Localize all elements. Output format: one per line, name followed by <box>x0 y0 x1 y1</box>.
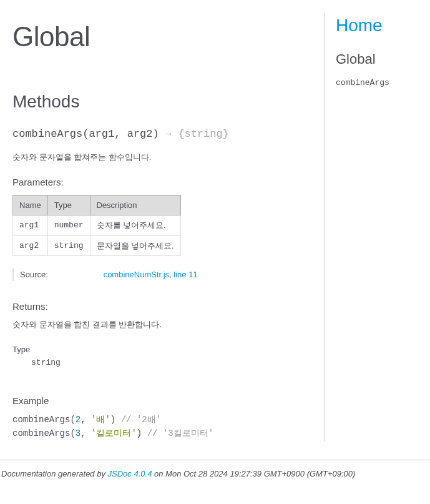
source-label: Source: <box>20 269 101 281</box>
code-text: ) <box>137 428 147 438</box>
code-text: combineArgs( <box>12 428 76 438</box>
method-description: 숫자와 문자열을 합쳐주는 함수입니다. <box>12 151 311 164</box>
return-arrow: → <box>159 128 178 140</box>
code-text: , <box>81 415 91 425</box>
source-file-link[interactable]: combineNumStr.js <box>104 270 169 279</box>
param-desc: 문자열을 넣어주세요. <box>90 235 180 256</box>
param-type: string <box>47 235 90 256</box>
method-signature: combineArgs(arg1, arg2) → {string} <box>12 126 311 142</box>
col-name: Name <box>13 195 48 215</box>
code-comment: // '3킬로미터' <box>147 428 213 438</box>
method-args: (arg1, arg2) <box>82 128 159 140</box>
nav-item-combineargs[interactable]: combineArgs <box>336 77 418 89</box>
returns-type-label: Type <box>12 343 311 356</box>
return-type: {string} <box>178 128 229 140</box>
param-name: arg1 <box>13 215 48 236</box>
main-content: Global Methods combineArgs(arg1, arg2) →… <box>12 12 324 441</box>
page-title: Global <box>12 16 311 57</box>
code-string: '배' <box>91 415 110 425</box>
param-name: arg2 <box>13 235 48 256</box>
sidebar-nav: Home Global combineArgs <box>324 12 418 441</box>
nav-item-link[interactable]: combineArgs <box>336 78 389 87</box>
code-text: combineArgs( <box>12 415 76 425</box>
footer: Documentation generated by JSDoc 4.0.4 o… <box>0 460 430 488</box>
returns-type-value: string <box>31 357 311 369</box>
parameters-label: Parameters: <box>12 175 311 190</box>
table-row: arg1 number 숫자를 넣어주세요. <box>13 215 181 236</box>
source-line-link[interactable]: line 11 <box>173 270 197 279</box>
nav-home-link[interactable]: Home <box>336 16 383 35</box>
code-comment: // '2배' <box>121 415 161 425</box>
nav-home: Home <box>336 12 418 39</box>
source-value: combineNumStr.js, line 11 <box>104 269 198 281</box>
returns-label: Returns: <box>12 300 311 314</box>
col-desc: Description <box>90 195 180 215</box>
footer-suffix: on Mon Oct 28 2024 19:27:39 GMT+0900 (GM… <box>152 469 355 478</box>
code-number: 3 <box>76 428 81 438</box>
code-number: 2 <box>76 415 81 425</box>
method-name-text: combineArgs <box>12 128 82 140</box>
param-type: number <box>47 215 90 236</box>
code-text: , <box>81 428 91 438</box>
table-row: arg2 string 문자열을 넣어주세요. <box>13 235 181 256</box>
nav-global-heading: Global <box>336 49 418 69</box>
code-string: '킬로미터' <box>91 428 137 438</box>
example-label: Example <box>12 394 311 408</box>
footer-jsdoc-link[interactable]: JSDoc 4.0.4 <box>108 469 152 478</box>
returns-description: 숫자와 문자열을 합친 결과를 반환합니다. <box>12 319 311 331</box>
col-type: Type <box>47 195 90 215</box>
example-code: combineArgs(2, '배') // '2배' combineArgs(… <box>12 413 311 441</box>
code-text: ) <box>110 415 121 425</box>
details-list: Source: combineNumStr.js, line 11 <box>12 269 311 281</box>
param-desc: 숫자를 넣어주세요. <box>90 215 180 236</box>
footer-prefix: Documentation generated by <box>1 469 108 478</box>
parameters-table: Name Type Description arg1 number 숫자를 넣어… <box>12 195 181 257</box>
methods-heading: Methods <box>12 89 311 115</box>
